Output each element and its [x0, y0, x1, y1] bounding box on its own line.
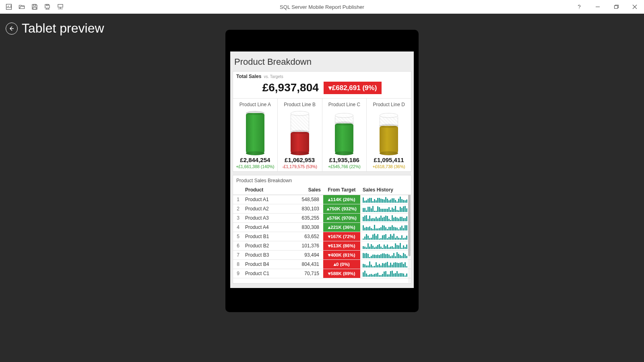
product-line-name: Product Line B [279, 102, 320, 107]
cell-from-target: ▾613K (86%) [323, 241, 360, 251]
report-title: Product Breakdown [230, 51, 414, 71]
cell-from-target: ▴221K (36%) [323, 223, 360, 232]
table-row[interactable]: 4 Product A4 830,308 ▴221K (36%) [233, 223, 411, 232]
svg-point-5 [579, 8, 579, 9]
cell-history [360, 232, 411, 241]
sparkline [363, 196, 409, 203]
sparkline [363, 270, 409, 277]
cell-sales: 635,255 [298, 214, 323, 223]
cell-from-target: ▴0 (0%) [323, 260, 360, 269]
cell-product: Product A2 [243, 204, 298, 214]
col-sales[interactable]: Sales [298, 185, 323, 195]
cell-from-target: ▾400K (81%) [323, 251, 360, 260]
cell-history [360, 251, 411, 260]
cell-sales: 70,715 [298, 269, 323, 278]
col-from-target[interactable]: From Target [323, 185, 360, 195]
cell-history [360, 214, 411, 223]
back-button[interactable] [6, 23, 18, 35]
page-title: Tablet preview [22, 21, 104, 36]
maximize-icon[interactable] [607, 0, 625, 13]
open-icon[interactable] [15, 0, 28, 13]
product-line-delta: +£618,738 (36%) [368, 164, 409, 169]
cell-from-target: ▴750K (932%) [323, 204, 360, 214]
product-line-delta: +£1,661,388 (140%) [235, 164, 276, 169]
product-line-value: £1,935,186 [324, 156, 365, 163]
report: Product Breakdown Total Sales vs. Target… [230, 51, 414, 284]
table-scroll[interactable]: Product Sales From Target Sales History … [233, 185, 411, 283]
svg-rect-2 [33, 7, 36, 9]
product-line-cell[interactable]: Product Line A £2,844,254 +£1,661,388 (1… [233, 99, 278, 171]
product-line-value: £2,844,254 [235, 156, 276, 163]
cell-product: Product A1 [243, 195, 298, 204]
svg-rect-6 [615, 6, 618, 8]
sparkline [363, 224, 409, 230]
col-product[interactable]: Product [243, 185, 298, 195]
svg-rect-4 [58, 4, 63, 7]
product-line-cell[interactable]: Product Line B £1,062,953 -£1,179,575 (5… [278, 99, 322, 171]
sparkline [363, 215, 409, 221]
product-line-name: Product Line D [368, 102, 409, 107]
report-icon[interactable] [2, 0, 15, 13]
cell-history [360, 269, 411, 278]
cell-sales: 804,431 [298, 260, 323, 269]
scrollbar-track[interactable] [408, 195, 411, 283]
cell-product: Product A4 [243, 223, 298, 232]
product-line-name: Product Line A [235, 102, 276, 107]
product-line-cell[interactable]: Product Line D £1,095,411 +£618,738 (36%… [367, 99, 411, 171]
product-line-value: £1,095,411 [368, 156, 409, 163]
cell-product: Product A3 [243, 214, 298, 223]
sparkline [363, 261, 409, 267]
server-connect-icon[interactable] [54, 0, 67, 13]
cell-history [360, 223, 411, 232]
save-icon[interactable] [28, 0, 41, 13]
tablet-frame: Product Breakdown Total Sales vs. Target… [225, 30, 419, 312]
product-line-delta: -£1,179,575 (53%) [279, 164, 320, 169]
table-row[interactable]: 3 Product A3 635,255 ▴576K (970%) [233, 214, 411, 223]
product-line-delta: +£545,766 (22%) [324, 164, 365, 169]
cell-product: Product B3 [243, 251, 298, 260]
col-history[interactable]: Sales History [360, 185, 411, 195]
table-row[interactable]: 8 Product B4 804,431 ▴0 (0%) [233, 260, 411, 269]
cell-sales: 63,652 [298, 232, 323, 241]
app-title: SQL Server Mobile Report Publisher [280, 4, 364, 10]
sparkline [363, 243, 409, 249]
table-title: Product Sales Breakdown [233, 175, 411, 185]
total-label: Total Sales [236, 74, 261, 79]
help-icon[interactable] [570, 0, 588, 13]
save-to-server-icon[interactable] [41, 0, 54, 13]
cell-sales: 830,103 [298, 204, 323, 214]
sparkline [363, 206, 409, 212]
cell-from-target: ▾167K (72%) [323, 232, 360, 241]
scrollbar-thumb[interactable] [408, 195, 411, 256]
table-row[interactable]: 6 Product B2 101,376 ▾613K (86%) [233, 241, 411, 251]
cell-sales: 548,588 [298, 195, 323, 204]
table-row[interactable]: 5 Product B1 63,652 ▾167K (72%) [233, 232, 411, 241]
svg-rect-3 [46, 4, 48, 6]
cell-product: Product B1 [243, 232, 298, 241]
total-sales-card: Total Sales vs. Targets £6,937,804 ▾£682… [233, 71, 411, 172]
cell-product: Product B2 [243, 241, 298, 251]
total-value: £6,937,804 [262, 81, 319, 94]
cell-sales: 93,494 [298, 251, 323, 260]
cell-history [360, 204, 411, 214]
tablet-screen[interactable]: Product Breakdown Total Sales vs. Target… [230, 51, 414, 288]
table-row[interactable]: 7 Product B3 93,494 ▾400K (81%) [233, 251, 411, 260]
total-sublabel: vs. Targets [264, 74, 283, 79]
table-row[interactable]: 9 Product C1 70,715 ▾588K (89%) [233, 269, 411, 278]
product-line-cell[interactable]: Product Line C £1,935,186 +£545,766 (22%… [322, 99, 367, 171]
cell-sales: 830,308 [298, 223, 323, 232]
cell-sales: 101,376 [298, 241, 323, 251]
cell-from-target: ▴114K (26%) [323, 195, 360, 204]
cell-history [360, 195, 411, 204]
table-row[interactable]: 1 Product A1 548,588 ▴114K (26%) [233, 195, 411, 204]
close-icon[interactable] [625, 0, 644, 13]
table-row[interactable]: 2 Product A2 830,103 ▴750K (932%) [233, 204, 411, 214]
sparkline [363, 233, 409, 240]
minimize-icon[interactable] [588, 0, 607, 13]
cell-history [360, 260, 411, 269]
titlebar: SQL Server Mobile Report Publisher [0, 0, 644, 14]
total-label-row: Total Sales vs. Targets [233, 74, 411, 79]
svg-rect-1 [33, 4, 36, 6]
product-table: Product Sales From Target Sales History … [233, 185, 411, 278]
product-table-card: Product Sales Breakdown Product Sales Fr… [233, 175, 411, 284]
